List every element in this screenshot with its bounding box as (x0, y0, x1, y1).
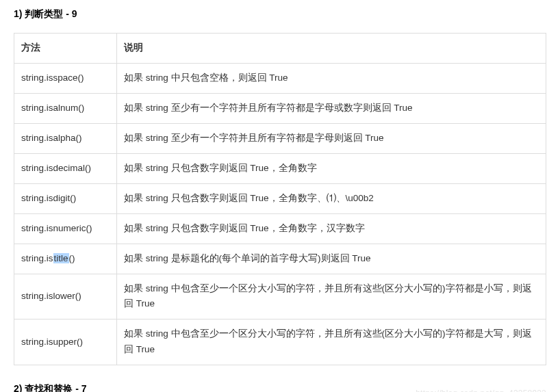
desc-cell: 如果 string 是标题化的(每个单词的首字母大写)则返回 True (117, 244, 546, 274)
table-row: string.istitle() 如果 string 是标题化的(每个单词的首字… (14, 244, 546, 274)
desc-cell: 如果 string 只包含数字则返回 True，全角数字 (117, 153, 546, 183)
desc-cell: 如果 string 只包含数字则返回 True，全角数字，汉字数字 (117, 213, 546, 244)
methods-table: 方法 说明 string.isspace() 如果 string 中只包含空格，… (14, 33, 546, 365)
method-cell-istitle: string.istitle() (14, 244, 117, 274)
method-suffix: () (69, 253, 75, 263)
selection-highlight: title (53, 253, 69, 263)
desc-cell: 如果 string 只包含数字则返回 True，全角数字、⑴、\u00b2 (117, 183, 546, 213)
desc-cell: 如果 string 中只包含空格，则返回 True (117, 63, 546, 93)
header-description: 说明 (117, 34, 546, 64)
table-row: string.isspace() 如果 string 中只包含空格，则返回 Tr… (14, 63, 546, 93)
section-title-1: 1) 判断类型 - 9 (14, 8, 546, 21)
table-row: string.isupper() 如果 string 中包含至少一个区分大小写的… (14, 319, 546, 365)
method-cell: string.isdigit() (14, 183, 117, 213)
desc-cell: 如果 string 至少有一个字符并且所有字符都是字母则返回 True (117, 123, 546, 153)
method-cell: string.isdecimal() (14, 153, 117, 183)
table-row: string.isalnum() 如果 string 至少有一个字符并且所有字符… (14, 93, 546, 123)
table-row: string.isdigit() 如果 string 只包含数字则返回 True… (14, 183, 546, 213)
desc-cell: 如果 string 至少有一个字符并且所有字符都是字母或数字则返回 True (117, 93, 546, 123)
desc-cell: 如果 string 中包含至少一个区分大小写的字符，并且所有这些(区分大小写的)… (117, 319, 546, 365)
table-row: string.isdecimal() 如果 string 只包含数字则返回 Tr… (14, 153, 546, 183)
table-header-row: 方法 说明 (14, 34, 546, 64)
method-cell: string.isspace() (14, 63, 117, 93)
method-cell: string.isupper() (14, 319, 117, 365)
table-row: string.isalpha() 如果 string 至少有一个字符并且所有字符… (14, 123, 546, 153)
method-cell: string.isnumeric() (14, 213, 117, 244)
method-cell: string.islower() (14, 274, 117, 319)
method-cell: string.isalnum() (14, 93, 117, 123)
table-row: string.islower() 如果 string 中包含至少一个区分大小写的… (14, 274, 546, 319)
section-title-2: 2) 查找和替换 - 7 (14, 383, 546, 392)
method-prefix: string.is (21, 253, 53, 263)
desc-cell: 如果 string 中包含至少一个区分大小写的字符，并且所有这些(区分大小写的)… (117, 274, 546, 319)
table-row: string.isnumeric() 如果 string 只包含数字则返回 Tr… (14, 213, 546, 244)
header-method: 方法 (14, 34, 117, 64)
method-cell: string.isalpha() (14, 123, 117, 153)
